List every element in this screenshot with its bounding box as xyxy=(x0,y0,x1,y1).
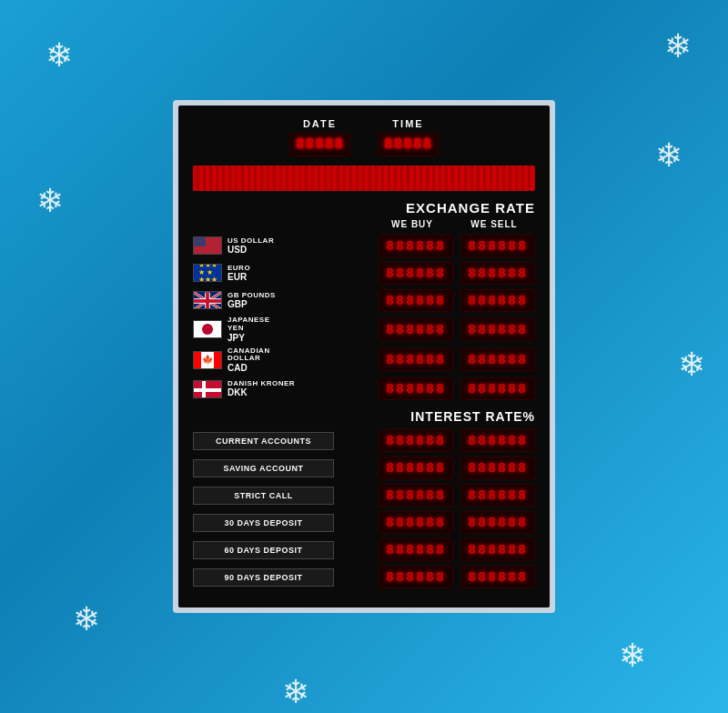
time-block: TIME 88888 xyxy=(378,118,439,156)
interest-buy-val-strict: 888888 xyxy=(386,488,446,504)
buy-value-usd: 888888 xyxy=(386,239,446,255)
currency-code-usd: USD xyxy=(228,245,274,255)
currency-label-usd: US DOLLAR xyxy=(228,237,274,246)
interest-buy-saving: 888888 xyxy=(379,457,453,479)
currency-row-dkk: DANISH KRONER DKK 888888 888888 xyxy=(193,377,535,400)
flag-area-gbp: GB POUNDS GBP xyxy=(193,291,334,309)
currency-code-cad: CAD xyxy=(228,363,270,373)
sell-value-dkk: 888888 xyxy=(468,382,528,397)
interest-buy-90: 888888 xyxy=(379,566,453,588)
currency-label-dkk: DANISH KRONER xyxy=(228,380,295,388)
buy-cell-jpy: 888888 xyxy=(379,318,453,341)
sell-cell-dkk: 888888 xyxy=(460,377,535,400)
rate-cells-usd: 888888 888888 xyxy=(379,235,535,257)
currency-row-gbp: GB POUNDS GBP 888888 888888 xyxy=(193,289,535,312)
interest-row-90: 90 DAYS DEPOSIT 888888 888888 xyxy=(193,566,535,588)
interest-row-strict: STRICT CALL 888888 888888 xyxy=(193,484,535,507)
interest-label-current: CURRENT ACCOUNTS xyxy=(193,432,334,450)
interest-sell-val-90: 888888 xyxy=(468,570,528,586)
flag-area-jpy: JAPANESE YEN JPY xyxy=(193,316,334,343)
interest-label-30: 30 DAYS DEPOSIT xyxy=(193,514,334,532)
rate-cells-gbp: 888888 888888 xyxy=(379,289,535,312)
exchange-rate-title: EXCHANGE RATE xyxy=(193,200,535,216)
flag-gb xyxy=(193,291,222,309)
sell-cell-eur: 888888 xyxy=(460,262,535,285)
datetime-row: DATE 88888 TIME 88888 xyxy=(193,118,535,156)
sell-value-eur: 888888 xyxy=(468,266,528,282)
flag-ca: 🍁 xyxy=(193,351,222,369)
interest-sell-val-30: 888888 xyxy=(468,516,528,531)
buy-cell-usd: 888888 xyxy=(379,235,453,257)
interest-buy-current: 888888 xyxy=(379,429,453,452)
buy-value-jpy: 888888 xyxy=(386,323,446,338)
rate-cells-jpy: 888888 888888 xyxy=(379,318,535,341)
interest-sell-val-saving: 888888 xyxy=(468,461,528,477)
flag-dk xyxy=(193,380,222,398)
interest-row-60: 60 DAYS DEPOSIT 888888 888888 xyxy=(193,538,535,561)
flag-area-eur: ★★★★ ★★★★ EURO EUR xyxy=(193,264,334,282)
snowflake-bottom-left: ❄ xyxy=(73,600,100,638)
interest-sell-saving: 888888 xyxy=(460,457,535,479)
date-label: DATE xyxy=(303,118,337,129)
snowflake-mid-left: ❄ xyxy=(36,182,64,220)
buy-value-cad: 888888 xyxy=(386,353,446,368)
board-inner: DATE 88888 TIME 88888 EXCHANGE RATE WE B… xyxy=(178,105,550,608)
flag-us xyxy=(193,236,222,255)
eu-stars: ★★★★ ★★★★ xyxy=(198,264,217,282)
jp-circle xyxy=(202,324,213,335)
currency-label-jpy2: YEN xyxy=(228,325,270,333)
exchange-col-headers: WE BUY WE SELL xyxy=(193,219,535,229)
date-value: 88888 xyxy=(296,136,344,153)
interest-rate-title: INTEREST RATE% xyxy=(193,409,535,424)
currency-row-cad: 🍁 CANADIAN DOLLAR CAD 888888 888888 xyxy=(193,347,535,374)
currency-row-jpy: JAPANESE YEN JPY 888888 888888 xyxy=(193,316,535,343)
buy-cell-dkk: 888888 xyxy=(379,377,453,400)
buy-value-gbp: 888888 xyxy=(386,294,446,309)
interest-rate-cells-60: 888888 888888 xyxy=(379,538,535,561)
flag-jp xyxy=(193,320,222,338)
interest-label-strict: STRICT CALL xyxy=(193,487,334,505)
interest-buy-val-30: 888888 xyxy=(386,516,446,531)
rate-cells-dkk: 888888 888888 xyxy=(379,377,535,400)
interest-label-90: 90 DAYS DEPOSIT xyxy=(193,568,334,587)
currency-label-cad2: DOLLAR xyxy=(228,355,270,363)
interest-sell-60: 888888 xyxy=(460,538,535,561)
buy-cell-cad: 888888 xyxy=(379,348,453,371)
date-block: DATE 88888 xyxy=(289,118,350,156)
currency-name-gbp: GB POUNDS GBP xyxy=(228,292,276,310)
currency-code-gbp: GBP xyxy=(228,299,276,309)
interest-label-60: 60 DAYS DEPOSIT xyxy=(193,541,334,559)
interest-buy-val-60: 888888 xyxy=(386,543,446,558)
interest-buy-30: 888888 xyxy=(379,511,453,534)
currency-name-eur: EURO EUR xyxy=(228,265,250,283)
time-value: 88888 xyxy=(384,136,432,153)
interest-sell-30: 888888 xyxy=(460,511,535,534)
interest-row-current: CURRENT ACCOUNTS 888888 888888 xyxy=(193,429,535,452)
rate-cells-cad: 888888 888888 xyxy=(379,348,535,371)
rate-cells-eur: 888888 888888 xyxy=(379,262,535,285)
interest-buy-60: 888888 xyxy=(379,538,453,561)
time-label: TIME xyxy=(392,118,423,129)
currency-code-eur: EUR xyxy=(228,272,250,282)
currency-name-usd: US DOLLAR USD xyxy=(228,237,274,256)
interest-sell-90: 888888 xyxy=(460,566,535,588)
interest-sell-val-60: 888888 xyxy=(468,543,528,558)
sell-cell-usd: 888888 xyxy=(460,235,535,257)
buy-cell-gbp: 888888 xyxy=(379,289,453,312)
sell-cell-cad: 888888 xyxy=(460,348,535,371)
snowflake-bottom-right: ❄ xyxy=(619,637,646,675)
time-display: 88888 xyxy=(378,133,439,156)
interest-rate-cells-strict: 888888 888888 xyxy=(379,484,535,507)
snowflake-top-right: ❄ xyxy=(664,27,692,65)
interest-rate-cells-30: 888888 888888 xyxy=(379,511,535,534)
banner-dots xyxy=(193,166,535,191)
snowflake-top-left: ❄ xyxy=(46,36,73,75)
interest-row-30: 30 DAYS DEPOSIT 888888 888888 xyxy=(193,511,535,534)
snowflake-bottom-center: ❄ xyxy=(282,673,309,711)
interest-rate-cells-90: 888888 888888 xyxy=(379,566,535,588)
col-header-sell: WE SELL xyxy=(453,219,535,229)
sell-cell-jpy: 888888 xyxy=(460,318,535,341)
sell-value-jpy: 888888 xyxy=(468,323,528,338)
snowflake-mid-right-upper: ❄ xyxy=(655,136,682,175)
interest-buy-val-90: 888888 xyxy=(386,570,446,586)
